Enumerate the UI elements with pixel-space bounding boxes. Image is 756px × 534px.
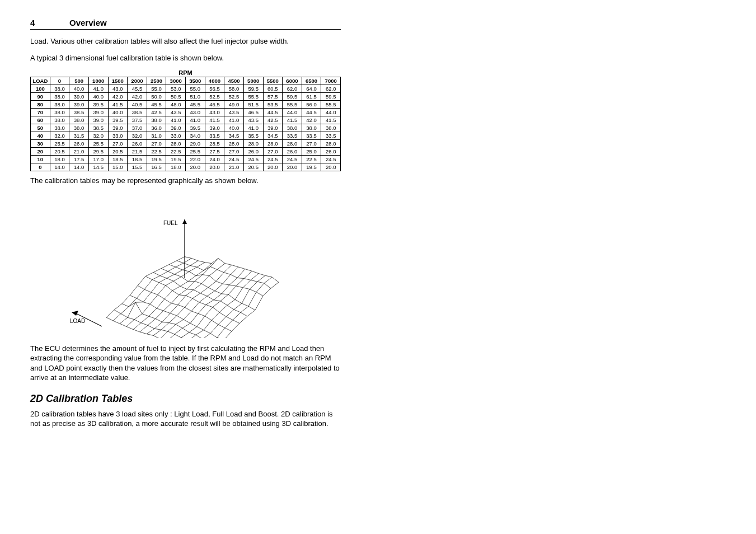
table-cell: 28.5	[205, 140, 224, 148]
table-cell: 33.0	[108, 132, 128, 140]
surface-wire	[218, 316, 226, 324]
surface-wire	[169, 322, 176, 324]
surface-wire	[169, 264, 176, 266]
surface-wire	[177, 307, 185, 316]
surface-wire	[161, 268, 168, 271]
table-cell: 25.5	[88, 140, 108, 148]
table-cell: 24.5	[243, 156, 263, 163]
surface-wire	[154, 329, 161, 330]
table-cell: 40.0	[69, 85, 89, 93]
table-cell: 42.5	[263, 116, 283, 124]
surface-wire	[130, 295, 137, 298]
table-cell: 38.0	[50, 101, 69, 109]
surface-wire	[170, 305, 178, 313]
table-cell: 32.0	[50, 132, 69, 140]
document-page: 4 Overview Load. Various other calibrati…	[30, 18, 341, 429]
table-cell: 26.0	[128, 140, 147, 148]
table-col-header: 7000	[321, 77, 341, 85]
surface-wire	[214, 293, 222, 299]
table-cell: 55.5	[283, 101, 302, 109]
surface-wire	[186, 296, 192, 298]
table-cell: 39.0	[88, 116, 108, 124]
table-cell: 52.5	[205, 93, 224, 101]
surface-wire	[175, 270, 182, 274]
table-cell: 55.0	[186, 85, 205, 93]
table-cell: 28.0	[166, 140, 186, 148]
surface-wire	[153, 272, 160, 275]
surface-wire	[168, 267, 176, 271]
surface-wire	[189, 271, 196, 276]
surface-wire	[217, 269, 224, 272]
surface-wire	[185, 256, 191, 258]
table-cell: 55.5	[243, 93, 263, 101]
table-cell: 39.5	[88, 101, 108, 109]
table-cell: 59.5	[283, 93, 302, 101]
surface-wire	[148, 325, 154, 329]
table-cell: 48.0	[166, 101, 186, 109]
table-cell: 50.0	[147, 93, 166, 101]
table-row-header: 40	[31, 132, 50, 140]
surface-wire	[272, 277, 279, 282]
surface-wire	[224, 265, 232, 272]
table-cell: 33.5	[205, 132, 224, 140]
table-row-header: 50	[31, 124, 50, 132]
surface-wire	[209, 269, 217, 275]
surface-wire	[232, 265, 238, 267]
table-cell: 40.0	[88, 93, 108, 101]
surface-wire	[256, 283, 264, 292]
table-cell: 40.0	[224, 124, 244, 132]
table-cell: 46.5	[243, 109, 263, 116]
surface-wire	[149, 308, 157, 316]
surface-wire	[187, 289, 194, 289]
table-cell: 40.5	[128, 101, 147, 109]
table-cell: 33.5	[321, 132, 341, 140]
surface-wire	[264, 283, 271, 288]
table-cell: 59.5	[243, 85, 263, 93]
surface-wire	[175, 328, 182, 334]
surface-wire	[135, 302, 143, 302]
surface-wire	[251, 273, 259, 280]
surface-wire	[165, 291, 172, 299]
surface-wire	[175, 274, 181, 277]
table-cell: 29.0	[186, 140, 205, 148]
table-cell: 36.0	[147, 124, 166, 132]
table-cell: 26.0	[283, 148, 302, 156]
table-cell: 19.5	[147, 156, 166, 163]
surface-wire	[185, 298, 192, 307]
surface-wire	[205, 262, 212, 263]
table-cell: 20.0	[186, 163, 205, 171]
surface-wire	[191, 258, 198, 260]
surface-wire	[218, 324, 225, 327]
surface-wire	[223, 284, 229, 285]
surface-wire	[189, 326, 197, 332]
surface-wire	[168, 324, 176, 331]
table-cell: 25.5	[50, 140, 69, 148]
table-cell: 43.0	[108, 85, 128, 93]
surface-wire	[168, 331, 175, 334]
surface-wire	[149, 316, 156, 318]
table-cell: 55.0	[147, 85, 166, 93]
table-cell: 43.5	[243, 116, 263, 124]
surface-wire	[178, 296, 186, 305]
section-title: Overview	[69, 18, 107, 27]
surface-wire	[167, 334, 175, 338]
table-cell: 57.5	[263, 93, 283, 101]
surface-wire	[225, 263, 232, 265]
table-cell: 40.0	[108, 109, 128, 116]
surface-wire	[151, 282, 159, 292]
surface-wire	[106, 310, 114, 317]
table-cell: 42.0	[108, 93, 128, 101]
surface-wire	[237, 269, 245, 278]
surface-wire	[135, 302, 142, 313]
table-cell: 41.0	[88, 85, 108, 93]
surface-wire	[222, 285, 229, 294]
table-cell: 15.0	[108, 163, 128, 171]
surface-wire	[162, 322, 169, 322]
table-cell: 33.5	[283, 132, 302, 140]
surface-wire	[217, 338, 224, 338]
surface-wire	[213, 307, 219, 312]
surface-wire	[138, 285, 144, 289]
surface-wire	[197, 267, 204, 270]
surface-wire	[182, 265, 190, 270]
paragraph-3: The calibration tables may be represente…	[30, 176, 341, 186]
